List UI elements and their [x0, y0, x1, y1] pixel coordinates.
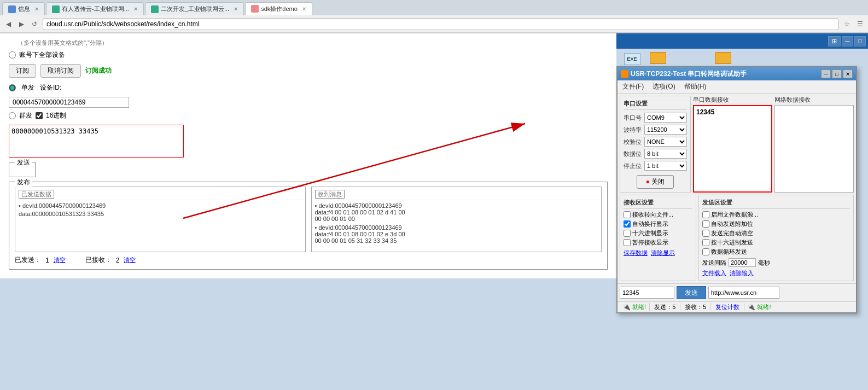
recv-panels-row: 串口数据接收 12345 网络数据接收 — [693, 96, 854, 193]
publish-section: 发布 已发送数据 • devId:00004457000000123469 da… — [9, 182, 608, 270]
cb-enable-file[interactable] — [702, 211, 709, 218]
address-bar: ◀ ▶ ↺ ☆ ☰ — [0, 15, 868, 33]
status-ready-right-icon: 🔌 — [748, 304, 757, 310]
tab-close-info[interactable]: ✕ — [34, 6, 39, 12]
cb-hex-display-label: 十六进制显示 — [632, 229, 668, 237]
close-btn-container: ● 关闭 — [624, 175, 687, 189]
menu-help[interactable]: 帮助(H) — [680, 81, 711, 92]
recv-item-0: • devId:00004457000000123469 data:f4 00 … — [315, 202, 598, 222]
cb-loopsend-row: 数据循环发送 — [702, 248, 850, 256]
clear-display-link[interactable]: 清除显示 — [651, 249, 675, 257]
clear-input-link[interactable]: 清除输入 — [730, 269, 754, 277]
cb-hex-display[interactable] — [624, 230, 631, 237]
subscribe-button[interactable]: 订阅 — [9, 64, 36, 78]
forward-icon[interactable]: ▶ — [16, 19, 26, 29]
recv-clear-link[interactable]: 清空 — [124, 256, 136, 264]
serial-recv-container: 串口数据接收 12345 — [693, 96, 772, 193]
dialog-controls: ─ □ ✕ — [821, 69, 853, 78]
grid-button[interactable]: ⊞ — [828, 36, 841, 46]
status-reset-counter[interactable]: 复位计数 — [711, 303, 744, 311]
bookmark-icon[interactable]: ☆ — [842, 19, 852, 29]
status-ready-right: 🔌 就绪! — [744, 303, 774, 311]
device-id-input[interactable] — [9, 97, 129, 108]
webpage: （多个设备用英文格式的","分隔） 账号下全部设备 订阅 取消订阅 订阅成功 单… — [0, 33, 616, 278]
radio-all-label: 账号下全部设备 — [19, 50, 65, 60]
stopbits-select[interactable]: 1 bit — [644, 161, 687, 171]
radio-group-input[interactable] — [9, 112, 16, 119]
tcp-dialog: USR-TCP232-Test 串口转网络调试助手 ─ □ ✕ 文件(F) 选项… — [616, 66, 857, 313]
tab-close-cloud2[interactable]: ✕ — [234, 6, 238, 12]
status-ready-left: 🔌 就绪! — [620, 303, 650, 311]
cb-auto-newline-label: 自动换行显示 — [632, 220, 668, 228]
tab-label-sdk: sdk操作demo — [261, 5, 298, 13]
right-panel: ⊞ ─ □ EXE 2118.exe 文件夹 LoRa设置软件 — [616, 33, 868, 390]
cb-auto-newline[interactable] — [624, 220, 631, 228]
send-file-links: 文件载入 清除输入 — [702, 269, 850, 277]
network-recv-panel — [774, 105, 854, 193]
refresh-icon[interactable]: ↺ — [30, 19, 39, 29]
baud-select[interactable]: 115200 — [644, 125, 687, 135]
device-id-hint: （多个设备用英文格式的","分隔） — [18, 39, 608, 47]
tab-close-cloud1[interactable]: ✕ — [133, 6, 138, 12]
send-section-label: 发送 — [15, 158, 32, 167]
cb-hex-send[interactable] — [702, 239, 709, 246]
recv-devid-1: devId:00004457000000123469 — [318, 224, 401, 231]
send-input[interactable] — [620, 287, 674, 299]
grid-icon: ⊞ — [832, 38, 837, 45]
menu-file[interactable]: 文件(F) — [618, 81, 648, 92]
cb-pause[interactable] — [624, 239, 631, 246]
databits-select[interactable]: 8 bit — [644, 149, 687, 159]
tab-cloud2[interactable]: 二次开发_工业物联网云... ✕ — [145, 2, 244, 15]
cb-enable-file-label: 启用文件数据源... — [711, 211, 758, 219]
tab-info[interactable]: 信息 ✕ — [2, 2, 45, 15]
radio-all-devices[interactable]: 账号下全部设备 — [9, 50, 608, 60]
unsubscribe-button[interactable]: 取消订阅 — [40, 64, 81, 78]
port-select[interactable]: COM9 — [644, 113, 687, 123]
tab-sdk[interactable]: sdk操作demo ✕ — [245, 2, 312, 15]
data-textarea[interactable]: 0000000010531323 33435 — [9, 125, 184, 158]
check-select[interactable]: NONE — [644, 137, 687, 147]
cb-redirect[interactable] — [624, 211, 631, 218]
tab-cloud1[interactable]: 有人透传云-工业物联网... ✕ — [46, 2, 144, 15]
subscribe-buttons: 订阅 取消订阅 订阅成功 — [9, 64, 608, 78]
cb-hexdisplay-row: 十六进制显示 — [624, 229, 692, 237]
url-input[interactable] — [708, 287, 779, 299]
sent-clear-link[interactable]: 清空 — [54, 256, 66, 264]
radio-all-input[interactable] — [9, 51, 16, 59]
hex-checkbox[interactable] — [36, 112, 43, 119]
send-action-button[interactable]: 发送 — [677, 286, 706, 299]
back-icon[interactable]: ◀ — [3, 19, 13, 29]
dialog-close-btn[interactable]: ✕ — [843, 69, 853, 78]
dialog-statusbar: 🔌 就绪! 发送：5 接收：5 复位计数 🔌 就绪! — [617, 301, 856, 312]
cb-redirect-label: 接收转向文件... — [632, 211, 673, 219]
cb-enablefile-row: 启用文件数据源... — [702, 211, 850, 219]
recv-links-row: 保存数据 清除显示 — [624, 249, 692, 257]
radio-single-label: 单发 — [21, 83, 34, 92]
dialog-minimize-btn[interactable]: ─ — [821, 69, 831, 78]
radio-single-input[interactable] — [9, 84, 16, 91]
send-config-panel: 发送区设置 启用文件数据源... 自动发送附加位 发送完自动清空 — [698, 195, 854, 281]
menu-icon[interactable]: ☰ — [855, 19, 865, 29]
tab-close-sdk[interactable]: ✕ — [302, 6, 306, 12]
tab-favicon-info — [8, 5, 16, 13]
dialog-menubar: 文件(F) 选项(O) 帮助(H) — [617, 80, 856, 94]
load-file-link[interactable]: 文件载入 — [702, 269, 726, 277]
cb-pause-row: 暂停接收显示 — [624, 238, 692, 247]
menu-options[interactable]: 选项(O) — [648, 81, 679, 92]
baud-row: 波特率 115200 — [624, 125, 687, 135]
sent-count-label: 已发送： — [15, 255, 41, 265]
cb-loop-send[interactable] — [702, 248, 709, 255]
minimize-button[interactable]: ─ — [842, 36, 854, 46]
cb-auto-send[interactable] — [702, 220, 709, 228]
dialog-main-body: 串口设置 串口号 COM9 波特率 115200 校验位 — [617, 94, 856, 195]
port-row: 串口号 COM9 — [624, 113, 687, 123]
tab-bar: 信息 ✕ 有人透传云-工业物联网... ✕ 二次开发_工业物联网云... ✕ s… — [0, 0, 868, 15]
serial-close-button[interactable]: ● 关闭 — [637, 175, 674, 189]
maximize-button[interactable]: □ — [854, 36, 866, 46]
dialog-maximize-btn[interactable]: □ — [832, 69, 842, 78]
address-input[interactable] — [43, 18, 838, 30]
save-data-link[interactable]: 保存数据 — [624, 249, 648, 257]
stopbits-row: 停止位 1 bit — [624, 161, 687, 171]
cb-clear-after-send[interactable] — [702, 230, 709, 237]
send-interval-input[interactable] — [729, 258, 756, 267]
